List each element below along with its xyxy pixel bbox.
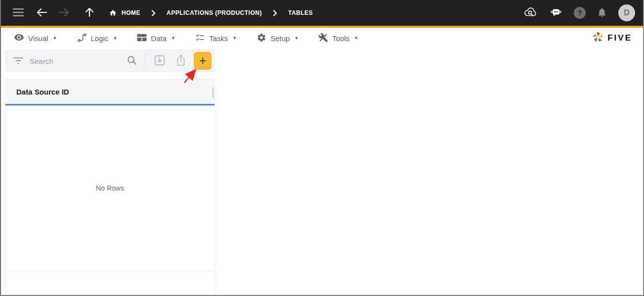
list-toolbar: + (5, 49, 215, 72)
search-button[interactable] (127, 55, 137, 67)
checklist-icon (195, 33, 205, 44)
chevron-right-icon (151, 10, 156, 16)
import-button[interactable] (153, 54, 166, 68)
plus-icon: + (199, 54, 206, 67)
five-logo: FIVE (592, 31, 632, 46)
topbar: HOME APPLICATIONS (PRODUCTION) TABLES (1, 0, 643, 26)
help-icon: ? (574, 7, 586, 19)
breadcrumb-home[interactable]: HOME (122, 9, 140, 16)
export-button[interactable] (175, 54, 187, 68)
chevron-down-icon: ▼ (113, 36, 117, 41)
download-icon (153, 54, 166, 68)
five-pinwheel-icon (592, 31, 604, 46)
forward-button[interactable] (58, 8, 69, 18)
user-avatar[interactable]: D (618, 4, 635, 21)
chevron-down-icon: ▼ (232, 36, 237, 41)
table-header-row[interactable]: Data Source ID (5, 79, 215, 104)
chevron-down-icon: ▼ (294, 36, 299, 41)
avatar-initial: D (624, 8, 630, 17)
hamburger-menu-button[interactable] (13, 8, 24, 18)
help-button[interactable]: ? (574, 7, 586, 19)
vertical-scrollbar[interactable] (212, 87, 214, 98)
table-body: No Rows (5, 105, 215, 271)
gear-icon (257, 33, 266, 44)
chevron-down-icon: ▼ (53, 36, 57, 41)
menu-tools[interactable]: Tools ▼ (318, 33, 358, 44)
crossed-tools-icon (318, 33, 328, 44)
brand-wordmark: FIVE (607, 33, 632, 43)
breadcrumb: HOME APPLICATIONS (PRODUCTION) TABLES (94, 9, 313, 17)
chatbot-button[interactable] (549, 6, 563, 20)
empty-state-message: No Rows (96, 184, 124, 192)
chevron-down-icon: ▼ (171, 36, 175, 41)
tables-list-panel: + Data Source ID No Rows (5, 49, 215, 296)
breadcrumb-tables[interactable]: TABLES (288, 9, 313, 16)
menu-setup[interactable]: Setup ▼ (257, 33, 299, 44)
up-level-button[interactable] (85, 7, 94, 19)
cloud-inspect-button[interactable] (523, 6, 538, 20)
logic-flow-icon (77, 33, 87, 44)
toolbar-divider (145, 54, 146, 68)
app-window: HOME APPLICATIONS (PRODUCTION) TABLES (0, 0, 644, 296)
menu-visual[interactable]: Visual ▼ (14, 34, 57, 43)
arrow-right-icon (58, 8, 69, 18)
add-record-button[interactable]: + (194, 52, 212, 70)
home-icon (109, 9, 117, 17)
arrow-up-icon (85, 7, 94, 19)
topbar-right-group: ? D (523, 4, 635, 21)
chevron-down-icon: ▼ (354, 36, 358, 41)
upload-share-icon (175, 54, 187, 68)
notifications-button[interactable] (597, 6, 607, 20)
breadcrumb-applications[interactable]: APPLICATIONS (PRODUCTION) (167, 9, 262, 16)
eye-icon (14, 34, 24, 43)
hamburger-icon (13, 8, 24, 18)
cloud-search-icon (523, 6, 538, 20)
table-footer (5, 271, 215, 296)
chevron-right-icon (273, 10, 277, 16)
search-input[interactable] (30, 57, 127, 65)
bell-icon (597, 6, 607, 20)
back-button[interactable] (37, 8, 47, 18)
menubar: Visual ▼ Logic ▼ Data ▼ (1, 28, 643, 49)
main-content: + Data Source ID No Rows (1, 49, 643, 295)
search-icon (127, 55, 137, 67)
table-grid-icon (137, 34, 147, 43)
menu-tasks[interactable]: Tasks ▼ (195, 33, 237, 44)
robot-chat-icon (549, 6, 563, 20)
menu-logic[interactable]: Logic ▼ (77, 33, 118, 44)
menu-data[interactable]: Data ▼ (137, 34, 175, 43)
topbar-left-group: HOME APPLICATIONS (PRODUCTION) TABLES (8, 7, 313, 19)
filter-icon[interactable] (13, 57, 23, 64)
data-sources-table: Data Source ID No Rows (5, 79, 215, 296)
column-header-data-source-id: Data Source ID (16, 88, 69, 96)
arrow-left-icon (37, 8, 47, 18)
